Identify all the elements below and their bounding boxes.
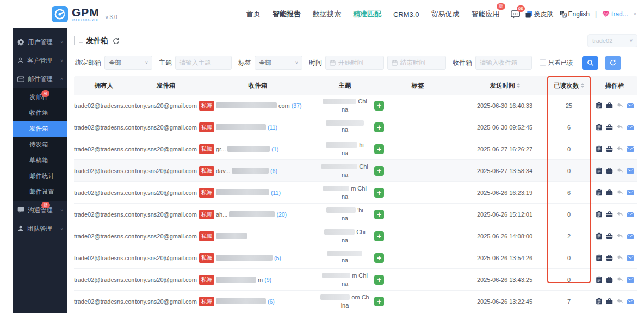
table-row-2[interactable]: trade02@tradesns.com tony.sns20@gmail.co… xyxy=(74,138,637,160)
report-icon[interactable] xyxy=(596,211,603,218)
table-row-9[interactable]: trade02@tradesns.com tony.sns20@gmail.co… xyxy=(74,291,637,312)
reply-icon[interactable] xyxy=(616,233,623,239)
start-time-input[interactable]: 开始时间 xyxy=(325,56,384,70)
mail-icon[interactable] xyxy=(627,146,634,152)
nav-item-1[interactable]: 智能报告 xyxy=(273,9,301,19)
table-row-8[interactable]: trade02@tradesns.com tony.sns20@gmail.co… xyxy=(74,269,637,291)
recipient-input[interactable]: 请输入收件箱 xyxy=(475,56,532,70)
reply-icon[interactable] xyxy=(616,255,623,261)
sort-icon[interactable] xyxy=(581,82,584,89)
add-tag-button[interactable]: + xyxy=(374,253,384,263)
refresh-button[interactable] xyxy=(605,56,621,70)
add-tag-button[interactable]: + xyxy=(374,210,384,219)
reply-icon[interactable] xyxy=(616,277,623,283)
sidebar-group-2[interactable]: 邮件管理˄ xyxy=(13,70,67,88)
table-row-5[interactable]: trade02@tradesns.com tony.sns20@gmail.co… xyxy=(74,204,637,225)
reply-icon[interactable] xyxy=(616,146,623,152)
sidebar-item-发件箱[interactable]: 发件箱 xyxy=(13,121,67,137)
report-icon[interactable] xyxy=(596,145,603,152)
mail-icon[interactable] xyxy=(627,298,634,305)
add-tag-button[interactable]: + xyxy=(374,188,384,198)
bind-mailbox-select[interactable]: 全部 ˅ xyxy=(104,56,152,70)
change-skin-button[interactable]: 换皮肤 xyxy=(525,10,554,19)
report-icon[interactable] xyxy=(596,232,603,240)
reply-icon[interactable] xyxy=(616,168,623,174)
report-icon[interactable] xyxy=(596,254,603,261)
sidebar-item-待发箱[interactable]: 待发箱 xyxy=(13,137,67,152)
refresh-title-icon[interactable] xyxy=(113,38,120,45)
archive-icon[interactable] xyxy=(606,168,613,174)
table-row-6[interactable]: trade02@tradesns.com tony.sns20@gmail.co… xyxy=(74,225,637,247)
mail-icon[interactable] xyxy=(627,211,634,218)
report-icon[interactable] xyxy=(596,189,603,196)
sidebar-group-1[interactable]: 客户管理˅ xyxy=(13,51,67,70)
recipient-count-link[interactable]: (11) xyxy=(268,124,277,131)
nav-item-3[interactable]: 精准匹配 xyxy=(353,9,381,19)
add-tag-button[interactable]: + xyxy=(374,166,384,176)
mail-icon[interactable] xyxy=(627,255,634,261)
sidebar-group-0[interactable]: 用户管理˅ xyxy=(13,33,67,51)
reply-icon[interactable] xyxy=(616,211,623,217)
add-tag-button[interactable]: + xyxy=(374,275,384,285)
recipient-count-link[interactable]: (5) xyxy=(274,255,281,261)
recipient-count-link[interactable]: (6) xyxy=(270,168,277,174)
nav-item-5[interactable]: 贸易促成 xyxy=(431,9,460,19)
mail-icon[interactable] xyxy=(627,233,634,240)
table-row-1[interactable]: trade02@tradesns.com tony.sns20@gmail.co… xyxy=(74,116,637,138)
nav-item-0[interactable]: 首页 xyxy=(246,9,261,19)
mail-icon[interactable] xyxy=(627,124,634,131)
report-icon[interactable] xyxy=(596,124,603,131)
archive-icon[interactable] xyxy=(606,146,613,152)
subject-input[interactable]: 请输入主题 xyxy=(175,56,232,70)
mail-icon[interactable] xyxy=(627,277,634,283)
recipient-count-link[interactable]: (6) xyxy=(268,298,275,305)
table-row-4[interactable]: trade02@tradesns.com tony.sns20@gmail.co… xyxy=(74,182,637,204)
mail-icon[interactable] xyxy=(627,189,634,196)
mail-icon[interactable] xyxy=(627,168,634,174)
add-tag-button[interactable]: + xyxy=(374,231,384,241)
column-header-6[interactable]: 已读次数 xyxy=(546,82,592,90)
read-only-checkbox[interactable]: 只看已读 xyxy=(540,59,573,67)
archive-icon[interactable] xyxy=(606,211,613,218)
reply-icon[interactable] xyxy=(616,102,623,108)
mail-icon[interactable] xyxy=(627,102,634,109)
archive-icon[interactable] xyxy=(606,189,613,196)
nav-item-6[interactable]: 智能应用新 xyxy=(472,9,500,19)
recipient-count-link[interactable]: (37) xyxy=(292,102,302,109)
recipient-count-link[interactable]: (9) xyxy=(264,277,271,283)
archive-icon[interactable] xyxy=(606,298,613,305)
sort-icon[interactable] xyxy=(517,82,520,89)
add-tag-button[interactable]: + xyxy=(374,297,384,306)
account-menu[interactable]: trad... xyxy=(602,10,628,18)
end-time-input[interactable]: 结束时间 xyxy=(387,56,446,70)
reply-icon[interactable] xyxy=(616,189,623,195)
language-switch[interactable]: 文 A English xyxy=(559,10,590,18)
chat-messages-icon[interactable]: 68 xyxy=(511,10,520,19)
sidebar-group-11[interactable]: 团队管理˅ xyxy=(13,219,67,238)
recipient-count-link[interactable]: (1) xyxy=(271,146,278,152)
account-filter-select[interactable]: trade02 ˅ xyxy=(587,34,637,47)
add-tag-button[interactable]: + xyxy=(374,122,384,132)
table-row-3[interactable]: trade02@tradesns.com tony.sns20@gmail.co… xyxy=(74,160,637,182)
column-header-5[interactable]: 发送时间 xyxy=(463,82,546,90)
archive-icon[interactable] xyxy=(606,277,613,283)
sidebar-item-草稿箱[interactable]: 草稿箱 xyxy=(13,152,67,168)
archive-icon[interactable] xyxy=(606,102,613,109)
recipient-count-link[interactable]: (11) xyxy=(271,189,281,196)
sidebar-item-邮件统计[interactable]: 邮件统计 xyxy=(13,168,67,184)
sidebar-item-发邮件[interactable]: 发邮件AI xyxy=(13,89,67,105)
sidebar-group-10[interactable]: 沟通管理新˅ xyxy=(13,201,67,219)
report-icon[interactable] xyxy=(596,276,603,283)
recipient-count-link[interactable]: (20) xyxy=(276,211,287,218)
table-row-7[interactable]: trade02@tradesns.com tony.sns20@gmail.co… xyxy=(74,247,637,269)
search-button[interactable] xyxy=(582,56,598,70)
account-chevron-icon[interactable]: ˅ xyxy=(634,11,636,17)
nav-item-4[interactable]: CRM3.0 xyxy=(393,10,419,19)
reply-icon[interactable] xyxy=(616,298,623,304)
report-icon[interactable] xyxy=(596,167,603,174)
archive-icon[interactable] xyxy=(606,124,613,131)
nav-item-2[interactable]: 数据搜索 xyxy=(313,9,341,19)
tag-select[interactable]: 全部 ˅ xyxy=(255,56,302,70)
report-icon[interactable] xyxy=(596,102,603,109)
sidebar-item-邮件设置[interactable]: 邮件设置 xyxy=(13,184,67,200)
